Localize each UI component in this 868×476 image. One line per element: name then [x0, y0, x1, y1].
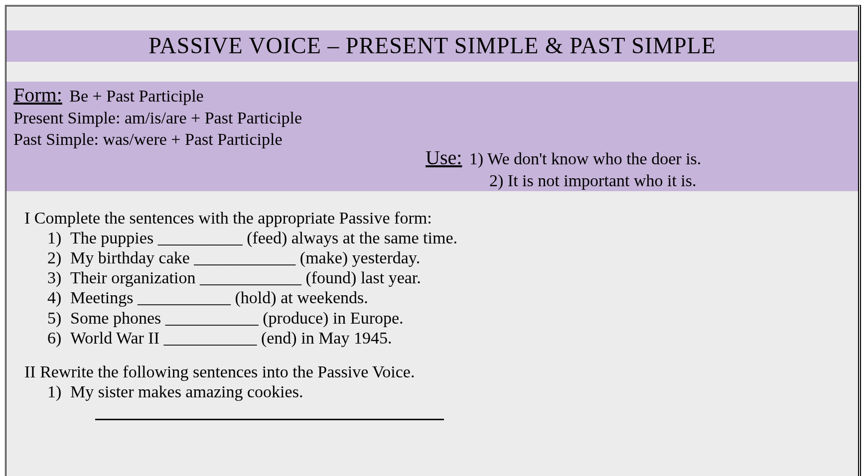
item-text: My birthday cake ____________ (make) yes… — [70, 248, 420, 267]
exercise-1-item: 2)My birthday cake ____________ (make) y… — [47, 248, 848, 268]
document-frame: PASSIVE VOICE – PRESENT SIMPLE & PAST SI… — [5, 5, 861, 476]
exercise-2-list: 1)My sister makes amazing cookies. — [47, 382, 848, 420]
item-text: My sister makes amazing cookies. — [70, 382, 303, 401]
form-line-present: Present Simple: am/is/are + Past Partici… — [13, 108, 855, 129]
item-number: 1) — [47, 382, 70, 402]
worksheet-title: PASSIVE VOICE – PRESENT SIMPLE & PAST SI… — [6, 30, 858, 62]
item-number: 6) — [47, 328, 70, 348]
item-number: 3) — [47, 268, 70, 288]
use-label: Use: — [426, 146, 465, 169]
form-label: Form: — [13, 84, 65, 106]
exercise-1-item: 6)World War II ___________ (end) in May … — [47, 328, 848, 348]
item-text: The puppies __________ (feed) always at … — [70, 229, 457, 247]
use-line-1: Use: 1) We don't know who the doer is. — [426, 145, 854, 170]
item-text: Their organization ____________ (found) … — [70, 268, 421, 287]
exercise-1-item: 4)Meetings ___________ (hold) at weekend… — [47, 288, 848, 308]
form-main-text: Be + Past Participle — [69, 87, 203, 105]
exercise-1-item: 5)Some phones ___________ (produce) in E… — [47, 308, 848, 328]
form-line-main: Form: Be + Past Participle — [13, 83, 855, 108]
item-number: 2) — [47, 248, 70, 268]
item-number: 4) — [47, 288, 70, 308]
exercise-2-heading: II Rewrite the following sentences into … — [24, 362, 848, 382]
exercise-1-heading: I Complete the sentences with the approp… — [24, 208, 848, 228]
exercise-1-item: 3)Their organization ____________ (found… — [47, 268, 848, 288]
use-block: Use: 1) We don't know who the doer is. 2… — [426, 145, 854, 192]
answer-blank-line[interactable] — [95, 405, 444, 420]
item-number: 1) — [47, 228, 70, 248]
exercise-2-item: 1)My sister makes amazing cookies. — [47, 382, 848, 420]
exercise-1-item: 1)The puppies __________ (feed) always a… — [47, 228, 848, 248]
exercises-area: I Complete the sentences with the approp… — [6, 191, 858, 420]
use-text-1: 1) We don't know who the doer is. — [469, 149, 701, 168]
item-text: Some phones ___________ (produce) in Eur… — [70, 309, 404, 327]
use-line-2: 2) It is not important who it is. — [426, 170, 854, 192]
exercise-1-list: 1)The puppies __________ (feed) always a… — [47, 228, 848, 348]
page: PASSIVE VOICE – PRESENT SIMPLE & PAST SI… — [0, 0, 868, 476]
item-text: World War II ___________ (end) in May 19… — [70, 329, 392, 347]
info-band: Form: Be + Past Participle Present Simpl… — [6, 82, 858, 191]
item-number: 5) — [47, 308, 70, 328]
item-text: Meetings ___________ (hold) at weekends. — [70, 288, 368, 307]
